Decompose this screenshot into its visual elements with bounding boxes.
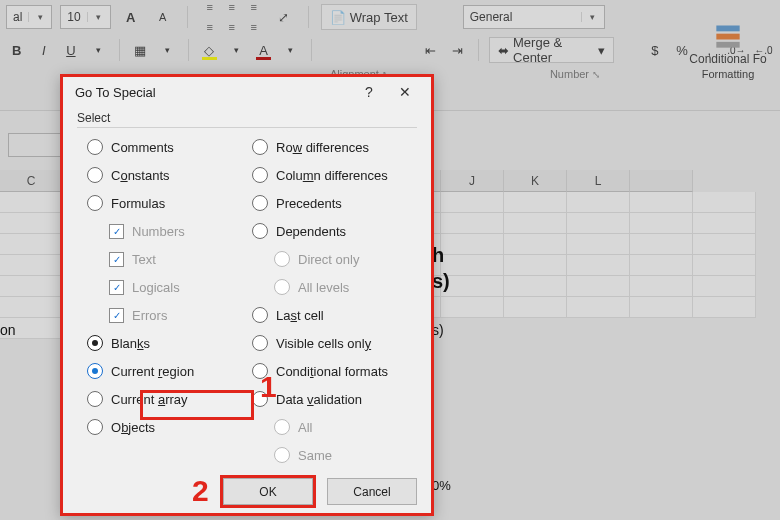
annotation-number-2: 2 xyxy=(192,476,209,506)
clipped-cell-text: on xyxy=(0,322,16,338)
radio-row-differences[interactable]: Row differences xyxy=(252,136,417,158)
dialog-title: Go To Special xyxy=(75,85,351,100)
annotation-number-1: 1 xyxy=(260,372,277,402)
radio-visible-cells[interactable]: Visible cells only xyxy=(252,332,417,354)
close-button[interactable]: ✕ xyxy=(387,77,423,107)
radio-dependents[interactable]: Dependents xyxy=(252,220,417,242)
radio-column-differences[interactable]: Column differences xyxy=(252,164,417,186)
check-numbers: ✓Numbers xyxy=(87,220,252,242)
cancel-button[interactable]: Cancel xyxy=(327,478,417,505)
close-icon: ✕ xyxy=(399,84,411,100)
annotation-box-blanks xyxy=(140,390,254,420)
select-label: Select xyxy=(77,111,417,125)
check-errors: ✓Errors xyxy=(87,304,252,326)
radio-constants[interactable]: Constants xyxy=(87,164,252,186)
dialog-titlebar: Go To Special ? ✕ xyxy=(63,77,431,107)
radio-comments[interactable]: Comments xyxy=(87,136,252,158)
radio-formulas[interactable]: Formulas xyxy=(87,192,252,214)
radio-data-validation[interactable]: Data validation xyxy=(252,388,417,410)
radio-conditional-formats[interactable]: Conditional formats xyxy=(252,360,417,382)
radio-last-cell[interactable]: Last cell xyxy=(252,304,417,326)
clipped-cell-text: 0% xyxy=(432,478,451,493)
radio-all-levels: All levels xyxy=(252,276,417,298)
divider xyxy=(77,127,417,128)
radio-blanks[interactable]: Blanks xyxy=(87,332,252,354)
radio-precedents[interactable]: Precedents xyxy=(252,192,417,214)
clipped-cell-text: s) xyxy=(432,270,450,293)
help-button[interactable]: ? xyxy=(351,77,387,107)
radio-current-region[interactable]: Current region xyxy=(87,360,252,382)
radio-all: All xyxy=(252,416,417,438)
radio-same: Same xyxy=(252,444,417,466)
ok-button[interactable]: OK xyxy=(223,478,313,505)
check-text: ✓Text xyxy=(87,248,252,270)
radio-direct-only: Direct only xyxy=(252,248,417,270)
check-logicals: ✓Logicals xyxy=(87,276,252,298)
go-to-special-dialog: Go To Special ? ✕ Select Comments Consta… xyxy=(60,74,434,516)
